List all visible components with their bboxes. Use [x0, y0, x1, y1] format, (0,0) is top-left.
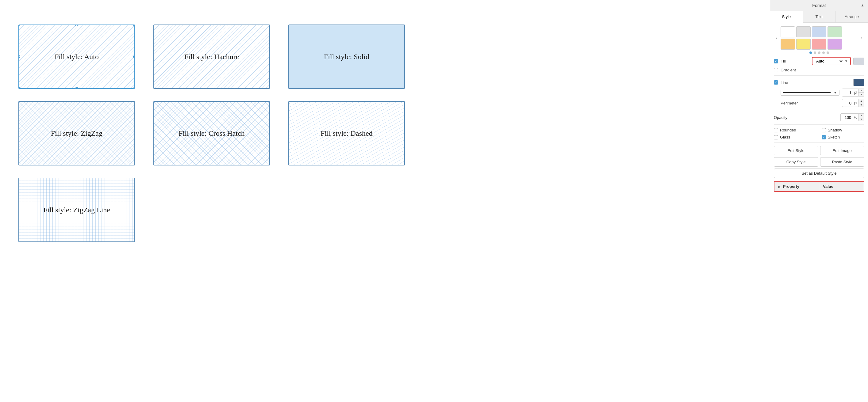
swatch-orange[interactable] [781, 39, 795, 49]
opacity-input[interactable] [841, 114, 853, 121]
opacity-row: Opacity % ▲ ▼ [774, 113, 864, 121]
handle-br[interactable] [133, 87, 135, 89]
set-default-style-button[interactable]: Set as Default Style [774, 169, 864, 178]
swatches-prev-button[interactable]: ‹ [774, 35, 779, 41]
swatches-grid [781, 26, 858, 49]
value-col-label: Value [823, 184, 833, 189]
gradient-label: Gradient [781, 68, 796, 72]
line-style-select[interactable]: ▼ [781, 90, 839, 96]
shape-zigzag-line[interactable]: Fill style: ZigZag Line [19, 178, 135, 242]
gradient-row: Gradient [774, 68, 864, 72]
rounded-check-item[interactable]: Rounded [774, 128, 817, 132]
line-width-up[interactable]: ▲ [859, 89, 864, 93]
dot-2 [814, 52, 816, 54]
swatches-row: ‹ › [774, 26, 864, 49]
handle-tl[interactable] [19, 25, 20, 26]
shadow-checkbox[interactable] [822, 128, 826, 132]
shape-solid-label: Fill style: Solid [324, 53, 369, 61]
tab-arrange[interactable]: Arrange [836, 11, 868, 22]
fill-style-dropdown[interactable]: Auto Solid Hachure ZigZag Cross-Hatch Da… [815, 59, 843, 64]
perimeter-input[interactable] [842, 100, 853, 106]
divider-4 [774, 142, 864, 143]
perimeter-up[interactable]: ▲ [859, 99, 864, 103]
handle-tr[interactable] [133, 25, 135, 26]
handle-mr[interactable] [133, 55, 135, 58]
swatch-light-blue[interactable] [812, 26, 826, 37]
glass-label: Glass [780, 135, 790, 139]
shape-hachure-label: Fill style: Hachure [184, 53, 239, 61]
swatch-white[interactable] [781, 26, 795, 37]
property-header: ▶ Property [774, 182, 819, 191]
rounded-checkbox[interactable] [774, 128, 778, 132]
line-width-spinner-btns: ▲ ▼ [858, 89, 864, 96]
fill-row: Fill Auto Solid Hachure ZigZag Cross-Hat… [774, 57, 864, 65]
shape-dashed[interactable]: Fill style: Dashed [288, 101, 405, 165]
perimeter-label: Perimeter [781, 101, 842, 105]
fill-style-select[interactable]: Auto Solid Hachure ZigZag Cross-Hatch Da… [812, 57, 851, 65]
swatch-purple[interactable] [828, 39, 842, 49]
glass-checkbox[interactable] [774, 135, 778, 139]
line-width-unit: pt [853, 90, 858, 95]
line-label: Line [781, 80, 788, 85]
tab-text[interactable]: Text [803, 11, 836, 22]
edit-style-button[interactable]: Edit Style [774, 146, 818, 155]
swatch-yellow[interactable] [796, 39, 811, 49]
sketch-label: Sketch [828, 135, 840, 139]
perimeter-spinner-btns: ▲ ▼ [858, 99, 864, 107]
shadow-check-item[interactable]: Shadow [822, 128, 865, 132]
handle-bl[interactable] [19, 87, 20, 89]
opacity-spinner-btns: ▲ ▼ [858, 114, 864, 121]
opacity-down[interactable]: ▼ [859, 118, 864, 121]
swatch-light-gray[interactable] [796, 26, 811, 37]
shape-auto[interactable]: ↻ Fill style: Auto [19, 25, 135, 89]
action-buttons-grid: Edit Style Edit Image Copy Style Paste S… [774, 146, 864, 167]
format-panel: Format ▲ Style Text Arrange ‹ [770, 0, 868, 402]
line-checkbox[interactable] [774, 80, 778, 85]
swatches-next-button[interactable]: › [859, 35, 864, 41]
sketch-checkbox[interactable] [822, 135, 826, 139]
swatch-empty [843, 26, 858, 37]
opacity-label: Opacity [774, 115, 840, 120]
handle-ml[interactable] [19, 55, 20, 58]
line-style-row: ▼ pt ▲ ▼ [774, 89, 864, 97]
property-triangle-icon: ▶ [778, 185, 781, 189]
perimeter-spinner: pt ▲ ▼ [842, 99, 864, 107]
edit-image-button[interactable]: Edit Image [820, 146, 865, 155]
rounded-label: Rounded [780, 128, 796, 132]
line-color-swatch[interactable] [853, 79, 864, 86]
handle-tm[interactable] [75, 25, 78, 26]
perimeter-row: Perimeter pt ▲ ▼ [774, 99, 864, 107]
shape-hachure[interactable]: Fill style: Hachure [153, 25, 270, 89]
line-width-down[interactable]: ▼ [859, 93, 864, 96]
panel-header: Format ▲ [770, 0, 868, 11]
perimeter-down[interactable]: ▼ [859, 103, 864, 107]
opacity-spinner: % ▲ ▼ [840, 113, 864, 121]
swatch-pink[interactable] [812, 39, 826, 49]
tab-style[interactable]: Style [770, 11, 803, 23]
gradient-checkbox[interactable] [774, 68, 778, 72]
shape-zigzag[interactable]: Fill style: ZigZag [19, 101, 135, 165]
shapes-grid: ↻ Fill style: Auto Fill style: Hachure F… [19, 25, 405, 242]
perimeter-unit: pt [853, 101, 858, 105]
shape-auto-label: Fill style: Auto [55, 53, 99, 61]
line-width-input[interactable] [842, 90, 853, 96]
shape-crosshatch[interactable]: Fill style: Cross Hatch [153, 101, 270, 165]
swatch-light-green[interactable] [828, 26, 842, 37]
line-row: Line [774, 79, 864, 86]
sketch-check-item[interactable]: Sketch [822, 135, 865, 139]
glass-check-item[interactable]: Glass [774, 135, 817, 139]
opacity-up[interactable]: ▲ [859, 114, 864, 118]
fill-label: Fill [781, 59, 786, 63]
dot-4 [822, 52, 825, 54]
fill-color-swatch[interactable] [853, 58, 864, 65]
paste-style-button[interactable]: Paste Style [820, 157, 865, 167]
dot-3 [818, 52, 820, 54]
property-col-label: Property [783, 184, 799, 189]
fill-checkbox[interactable] [774, 59, 778, 63]
opacity-unit: % [853, 115, 858, 120]
panel-collapse-button[interactable]: ▲ [861, 3, 864, 7]
shape-solid[interactable]: Fill style: Solid [288, 25, 405, 89]
handle-bm[interactable] [75, 87, 78, 89]
panel-body: ‹ › Fill [770, 23, 868, 402]
copy-style-button[interactable]: Copy Style [774, 157, 818, 167]
